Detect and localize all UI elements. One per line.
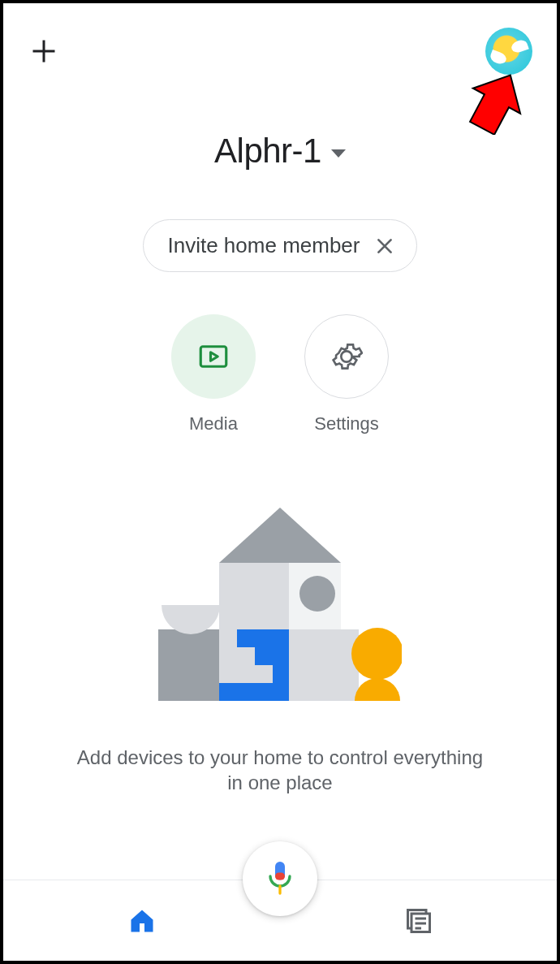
svg-rect-5 [158,629,219,701]
microphone-icon [265,860,295,897]
settings-action[interactable]: Settings [304,314,389,434]
play-icon [196,339,230,374]
gear-icon [330,340,363,373]
invite-home-member-chip[interactable]: Invite home member [143,219,418,272]
app-header [3,3,557,75]
home-icon [127,906,157,936]
svg-rect-9 [219,665,273,683]
media-label: Media [189,413,238,434]
svg-rect-0 [200,347,226,367]
settings-label: Settings [314,413,379,434]
dismiss-invite-button[interactable] [374,236,395,257]
annotation-arrow [467,70,524,135]
nav-home-tab[interactable] [3,880,280,961]
svg-rect-8 [219,647,255,665]
empty-state-illustration [158,508,402,702]
add-button[interactable] [28,35,60,67]
media-circle [171,314,256,399]
feed-icon [404,906,433,936]
home-name-label: Alphr-1 [214,132,321,171]
quick-actions-row: Media Settings [3,314,557,434]
profile-avatar[interactable] [485,28,532,75]
svg-rect-2 [219,563,289,629]
svg-point-11 [351,628,402,680]
nav-feed-tab[interactable] [280,880,557,961]
close-icon [374,236,395,257]
svg-marker-1 [219,508,341,563]
svg-rect-14 [275,873,285,880]
media-action[interactable]: Media [171,314,256,434]
empty-state-message: Add devices to your home to control ever… [3,745,557,795]
svg-rect-7 [219,629,237,647]
svg-point-4 [299,576,335,612]
home-selector[interactable]: Alphr-1 [3,132,557,171]
voice-assistant-button[interactable] [243,841,317,916]
settings-circle [304,314,389,399]
plus-icon [29,37,58,66]
chevron-down-icon [331,149,346,158]
invite-label: Invite home member [168,233,360,258]
svg-rect-10 [289,629,359,701]
